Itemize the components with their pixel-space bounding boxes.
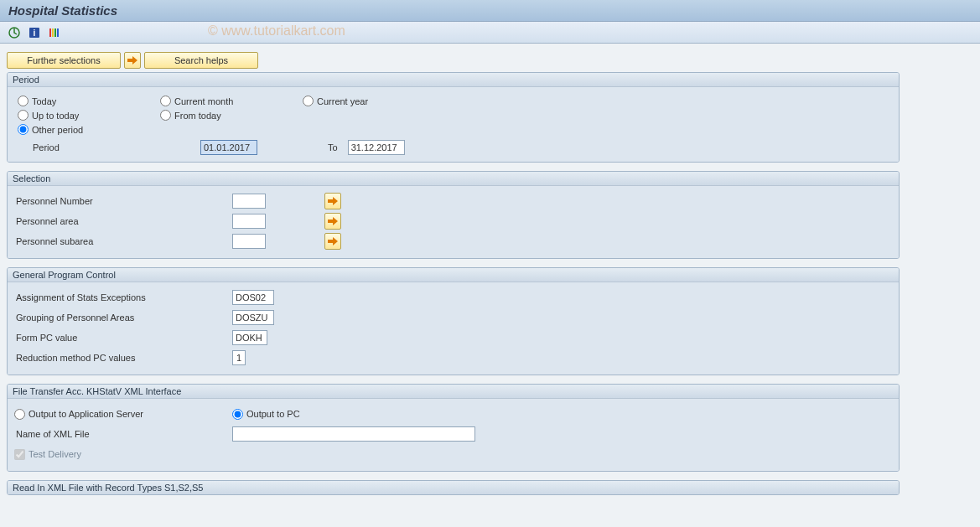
read-in-xml-header: Read In XML File with Record Types S1,S2… [8,481,899,494]
personnel-area-input[interactable] [232,214,266,229]
radio-label: Today [32,96,56,106]
output-server-radio[interactable]: Output to Application Server [14,409,232,420]
further-selections-button[interactable]: Further selections [7,52,121,69]
svg-rect-5 [54,28,56,37]
radio-input[interactable] [160,110,171,121]
period-to-input[interactable] [348,140,405,155]
variants-icon[interactable] [47,25,62,40]
personnel-number-multi-icon[interactable] [324,193,341,209]
gpc-grouping-areas-input[interactable] [232,310,274,325]
output-pc-radio[interactable]: Output to PC [232,409,300,420]
period-to-label: To [328,142,338,152]
personnel-area-multi-icon[interactable] [324,213,341,230]
period-radio-up-to-today[interactable]: Up to today [18,110,160,121]
gpc-reduction-method-label: Reduction method PC values [14,353,232,363]
object-info-icon[interactable]: i [27,25,42,40]
radio-label: Other period [32,125,83,135]
period-group-header: Period [8,73,899,87]
radio-label: From today [174,111,221,121]
radio-input[interactable] [18,96,29,106]
svg-rect-6 [57,28,59,37]
period-radio-today[interactable]: Today [18,96,160,106]
personnel-area-label: Personnel area [14,216,232,226]
read-in-xml-group: Read In XML File with Record Types S1,S2… [7,480,900,495]
radio-input[interactable] [18,110,29,121]
radio-label: Current year [317,96,368,106]
radio-label: Output to PC [246,409,300,419]
xml-file-input[interactable] [232,426,475,442]
gpc-form-pc-label: Form PC value [14,333,232,343]
gpc-stats-exceptions-input[interactable] [232,290,274,305]
page-title: Hospital Statistics [8,3,972,18]
radio-input[interactable] [160,96,171,106]
file-transfer-header: File Transfer Acc. KHStatV XML Interface [8,385,899,399]
radio-label: Output to Application Server [29,409,143,419]
test-delivery-checkbox[interactable]: Test Delivery [14,449,81,460]
selection-buttons-row: Further selections Search helps [7,52,973,69]
xml-file-label: Name of XML File [14,429,232,439]
checkbox-input[interactable] [14,449,25,460]
svg-text:i: i [34,28,36,38]
radio-label: Up to today [32,111,79,121]
file-transfer-group: File Transfer Acc. KHStatV XML Interface… [7,384,900,472]
gpc-grouping-areas-label: Grouping of Personnel Areas [14,313,232,323]
radio-input[interactable] [232,409,243,420]
application-toolbar: i © www.tutorialkart.com [0,22,980,44]
execute-icon[interactable] [7,25,22,40]
personnel-subarea-label: Personnel subarea [14,236,232,246]
radio-input[interactable] [303,96,314,106]
svg-rect-3 [49,28,51,37]
selection-group-header: Selection [8,172,899,186]
period-group: Period Today Current month Current year [7,72,900,163]
gpc-reduction-method-input[interactable] [232,350,246,365]
selection-group: Selection Personnel Number Personnel are… [7,171,900,259]
personnel-number-label: Personnel Number [14,196,232,206]
personnel-subarea-multi-icon[interactable] [324,233,341,250]
general-program-control-group: General Program Control Assignment of St… [7,267,900,375]
search-helps-button[interactable]: Search helps [144,52,258,69]
window-titlebar: Hospital Statistics [0,0,980,22]
personnel-number-input[interactable] [232,194,266,209]
checkbox-label: Test Delivery [29,449,81,459]
period-from-input[interactable] [200,140,257,155]
radio-input[interactable] [14,409,25,420]
further-selections-arrow-icon[interactable] [124,52,141,69]
watermark: © www.tutorialkart.com [208,23,345,39]
svg-rect-4 [52,28,54,37]
period-radio-current-year[interactable]: Current year [303,96,445,106]
gpc-form-pc-input[interactable] [232,330,267,345]
personnel-subarea-input[interactable] [232,234,266,249]
gpc-stats-exceptions-label: Assignment of Stats Exceptions [14,292,232,302]
period-radio-current-month[interactable]: Current month [160,96,303,106]
gpc-group-header: General Program Control [8,268,899,282]
radio-label: Current month [174,96,233,106]
content-area: Further selections Search helps Period T… [0,44,980,527]
radio-input[interactable] [18,124,29,135]
period-radio-from-today[interactable]: From today [160,110,303,121]
period-radio-other-period[interactable]: Other period [18,124,160,135]
period-from-label: Period [33,142,200,152]
